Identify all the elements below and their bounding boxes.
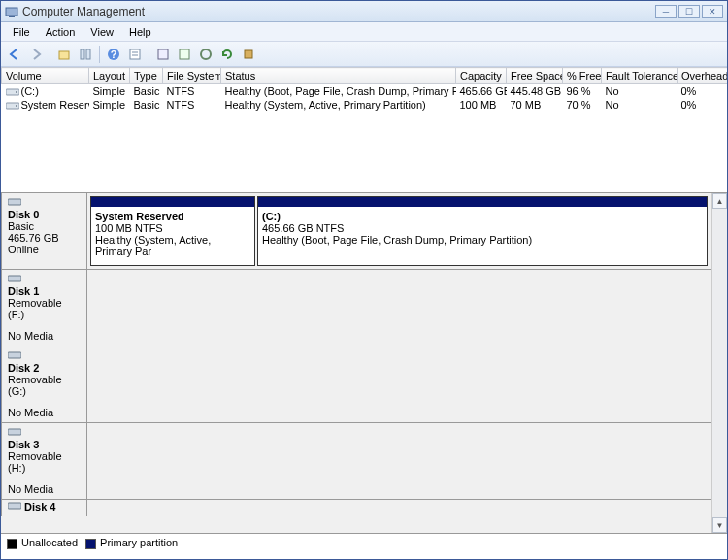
partition[interactable]: (C:) 465.66 GB NTFS Healthy (Boot, Page … [257, 196, 708, 266]
legend-swatch-primary [85, 539, 96, 549]
svg-rect-1 [9, 16, 15, 17]
scroll-down-button[interactable]: ▼ [712, 517, 727, 533]
col-volume[interactable]: Volume [2, 68, 89, 84]
window-title: Computer Management [22, 5, 655, 18]
disk-info: Disk 2 Removable (G:) No Media [2, 346, 87, 422]
svg-rect-4 [86, 49, 90, 59]
menu-view[interactable]: View [83, 24, 121, 40]
svg-point-15 [16, 91, 17, 93]
svg-rect-21 [8, 429, 21, 435]
up-button[interactable] [54, 45, 74, 64]
close-button[interactable]: ✕ [702, 5, 723, 18]
refresh-button[interactable] [217, 45, 237, 64]
properties-button[interactable] [125, 45, 145, 64]
volume-row[interactable]: System Reserved Simple Basic NTFS Health… [2, 98, 728, 112]
disk-row[interactable]: Disk 1 Removable (F:) No Media [1, 269, 711, 346]
legend: Unallocated Primary partition [1, 533, 727, 552]
col-free[interactable]: Free Space [507, 68, 563, 84]
forward-button[interactable] [26, 45, 46, 64]
disk-row[interactable]: Disk 3 Removable (H:) No Media [1, 422, 711, 500]
scroll-up-button[interactable]: ▲ [712, 193, 727, 209]
svg-rect-0 [6, 8, 17, 16]
col-pfree[interactable]: % Free [563, 68, 602, 84]
col-type[interactable]: Type [130, 68, 163, 84]
svg-rect-19 [8, 276, 21, 281]
action-button-1[interactable] [153, 45, 173, 64]
svg-rect-7 [130, 49, 140, 59]
disk-icon [8, 350, 21, 360]
col-layout[interactable]: Layout [89, 68, 130, 84]
disk-info: Disk 3 Removable (H:) No Media [2, 423, 87, 499]
drive-icon [6, 87, 19, 97]
col-status[interactable]: Status [221, 68, 456, 84]
drive-icon [6, 101, 19, 111]
minimize-button[interactable]: ─ [655, 5, 677, 18]
toolbar: ? [1, 42, 727, 67]
menu-help[interactable]: Help [121, 24, 159, 40]
partition-color-bar [91, 197, 254, 207]
svg-rect-3 [81, 49, 84, 59]
vertical-scrollbar[interactable]: ▲ ▼ [711, 193, 727, 533]
column-header-row[interactable]: Volume Layout Type File System Status Ca… [2, 68, 728, 84]
disk-row[interactable]: Disk 4 [1, 499, 711, 516]
disk-info: Disk 4 [2, 500, 87, 516]
svg-rect-18 [8, 199, 21, 205]
disk-info: Disk 0 Basic 465.76 GB Online [2, 193, 87, 269]
action-button-2[interactable] [175, 45, 194, 64]
disk-icon [8, 274, 21, 283]
svg-rect-20 [8, 352, 21, 358]
settings-button[interactable] [239, 45, 258, 64]
col-fs[interactable]: File System [163, 68, 221, 84]
svg-rect-13 [245, 50, 252, 58]
menu-file[interactable]: File [5, 24, 38, 40]
volume-name: System Reserved [21, 99, 89, 111]
maximize-button[interactable]: ☐ [678, 5, 700, 18]
help-button[interactable]: ? [104, 45, 123, 64]
volume-grid[interactable]: Volume Layout Type File System Status Ca… [1, 67, 727, 193]
svg-point-17 [16, 105, 17, 107]
svg-rect-11 [180, 49, 189, 59]
disk-info: Disk 1 Removable (F:) No Media [2, 270, 87, 346]
partition[interactable]: System Reserved 100 MB NTFS Healthy (Sys… [90, 196, 255, 266]
svg-point-12 [201, 49, 211, 59]
legend-swatch-unallocated [7, 539, 17, 549]
col-fault[interactable]: Fault Tolerance [602, 68, 678, 84]
col-overhead[interactable]: Overhead [678, 68, 728, 84]
svg-rect-22 [8, 503, 21, 509]
svg-rect-10 [158, 49, 168, 59]
disk-icon [8, 197, 21, 207]
volume-row[interactable]: (C:) Simple Basic NTFS Healthy (Boot, Pa… [2, 84, 728, 99]
back-button[interactable] [5, 45, 24, 64]
action-button-3[interactable] [196, 45, 215, 64]
disk-row[interactable]: Disk 2 Removable (G:) No Media [1, 346, 711, 423]
app-icon [5, 5, 18, 18]
disk-icon [8, 501, 21, 511]
svg-rect-2 [59, 51, 69, 59]
partition-color-bar [258, 197, 707, 207]
volume-name: (C:) [21, 85, 39, 97]
disk-row[interactable]: Disk 0 Basic 465.76 GB Online System Res… [1, 193, 711, 270]
disk-graphical-view: Disk 0 Basic 465.76 GB Online System Res… [1, 193, 727, 533]
svg-text:?: ? [111, 49, 117, 60]
show-hide-button[interactable] [76, 45, 95, 64]
menu-bar: File Action View Help [1, 22, 727, 42]
title-bar: Computer Management ─ ☐ ✕ [1, 1, 727, 22]
col-capacity[interactable]: Capacity [456, 68, 507, 84]
disk-icon [8, 427, 21, 437]
menu-action[interactable]: Action [38, 24, 83, 40]
